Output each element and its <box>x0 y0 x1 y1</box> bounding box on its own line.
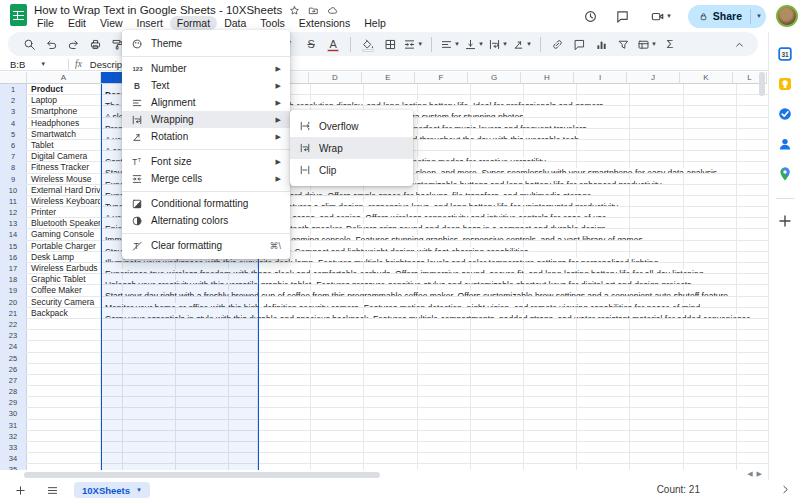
name-box[interactable]: B:B ▼ <box>0 59 62 70</box>
cell-product[interactable] <box>27 397 101 407</box>
cell-product[interactable]: Smartwatch <box>27 129 101 139</box>
cell-product[interactable]: Digital Camera <box>27 151 101 161</box>
cell-description-area[interactable] <box>101 364 768 374</box>
functions-button[interactable]: Σ <box>661 35 679 54</box>
horizontal-scrollbar[interactable]: ◀ ▶ <box>0 470 768 480</box>
create-filter-button[interactable] <box>615 35 633 54</box>
collapse-toolbar-button[interactable] <box>730 35 748 54</box>
cell-description-area[interactable] <box>101 453 768 463</box>
cell-description-area[interactable] <box>101 330 768 340</box>
cell-description-area[interactable] <box>101 375 768 385</box>
share-button[interactable]: Share▼ <box>688 5 766 28</box>
cell-description-area[interactable] <box>101 353 768 363</box>
contacts-panel-button[interactable] <box>777 136 793 152</box>
cell-product[interactable]: Product <box>27 84 101 94</box>
column-header-D[interactable]: D <box>309 72 362 84</box>
cell-product[interactable]: Laptop <box>27 95 101 105</box>
cell-description-area[interactable]: Carry your essentials in style with this… <box>101 308 768 318</box>
strikethrough-button[interactable]: S <box>302 35 320 54</box>
cell-product[interactable] <box>27 431 101 441</box>
format-menu-item-rotation[interactable]: Rotation▶ <box>122 128 290 145</box>
calendar-panel-button[interactable]: 31 <box>777 46 793 62</box>
row-header-30[interactable]: 30 <box>0 408 27 418</box>
cell-product[interactable] <box>27 408 101 418</box>
borders-button[interactable] <box>381 35 399 54</box>
get-addons-button[interactable] <box>777 213 793 229</box>
cell-product[interactable]: External Hard Drive <box>27 185 101 195</box>
cell-description-area[interactable]: Unleash your creativity with this versat… <box>101 274 768 284</box>
cell-product[interactable] <box>27 341 101 351</box>
row-header-7[interactable]: 7 <box>0 151 27 161</box>
selection-count[interactable]: Count: 21 <box>657 484 700 495</box>
column-header-I[interactable]: I <box>574 72 627 84</box>
cell-description-area[interactable] <box>101 397 768 407</box>
row-header-27[interactable]: 27 <box>0 375 27 385</box>
search-button[interactable] <box>20 35 38 54</box>
keep-panel-button[interactable] <box>777 76 793 92</box>
menu-view[interactable]: View <box>93 16 130 30</box>
comments-button[interactable] <box>612 5 634 27</box>
row-header-15[interactable]: 15 <box>0 241 27 251</box>
cell-product[interactable]: Security Camera <box>27 297 101 307</box>
row-header-2[interactable]: 2 <box>0 95 27 105</box>
undo-button[interactable] <box>42 35 60 54</box>
cell-description-area[interactable]: Monitor your home or office with this hi… <box>101 297 768 307</box>
column-header-F[interactable]: F <box>415 72 468 84</box>
column-header-H[interactable]: H <box>521 72 574 84</box>
cell-description-area[interactable] <box>101 408 768 418</box>
row-header-1[interactable]: 1 <box>0 84 27 94</box>
merge-cells-button[interactable]: ▼ <box>403 35 423 54</box>
cell-description-area[interactable]: Start your day right with a freshly brew… <box>101 285 768 295</box>
row-header-17[interactable]: 17 <box>0 263 27 273</box>
row-header-5[interactable]: 5 <box>0 129 27 139</box>
row-header-32[interactable]: 32 <box>0 431 27 441</box>
format-menu-item-merge-cells[interactable]: Merge cells▶ <box>122 170 290 187</box>
cell-product[interactable]: Portable Charger <box>27 241 101 251</box>
row-header-6[interactable]: 6 <box>0 140 27 150</box>
format-menu-item-text[interactable]: BText▶ <box>122 77 290 94</box>
cell-product[interactable]: Bluetooth Speaker <box>27 218 101 228</box>
row-header-4[interactable]: 4 <box>0 118 27 128</box>
scroll-right-icon[interactable]: ▶ <box>757 470 762 478</box>
maps-panel-button[interactable] <box>777 166 793 182</box>
row-header-12[interactable]: 12 <box>0 207 27 217</box>
tasks-panel-button[interactable] <box>777 106 793 122</box>
cell-product[interactable]: Desk Lamp <box>27 252 101 262</box>
cell-product[interactable]: Headphones <box>27 118 101 128</box>
cell-description-area[interactable] <box>101 442 768 452</box>
share-dropdown-icon[interactable]: ▼ <box>756 13 762 19</box>
horizontal-scrollbar-thumb[interactable] <box>24 472 380 478</box>
row-header-19[interactable]: 19 <box>0 285 27 295</box>
cell-product[interactable]: Wireless Mouse <box>27 174 101 184</box>
text-wrapping-button[interactable]: ▼ <box>488 35 508 54</box>
row-header-20[interactable]: 20 <box>0 297 27 307</box>
sheet-tab[interactable]: 10XSheets ▼ <box>74 482 150 498</box>
history-button[interactable] <box>580 5 602 27</box>
row-header-24[interactable]: 24 <box>0 341 27 351</box>
row-header-11[interactable]: 11 <box>0 196 27 206</box>
menu-data[interactable]: Data <box>217 16 253 30</box>
wrapping-option-clip[interactable]: Clip <box>290 159 413 181</box>
cell-product[interactable]: Coffee Maker <box>27 285 101 295</box>
meet-button[interactable]: ▼ <box>644 5 678 27</box>
menu-extensions[interactable]: Extensions <box>292 16 357 30</box>
row-header-8[interactable]: 8 <box>0 162 27 172</box>
format-menu-item-clear-formatting[interactable]: TClear formatting⌘\ <box>122 237 290 254</box>
format-menu-item-number[interactable]: 123Number▶ <box>122 60 290 77</box>
insert-link-button[interactable] <box>549 35 567 54</box>
cell-product[interactable]: Graphic Tablet <box>27 274 101 284</box>
row-header-33[interactable]: 33 <box>0 442 27 452</box>
all-sheets-button[interactable] <box>40 481 64 499</box>
format-menu-item-alignment[interactable]: Alignment▶ <box>122 94 290 111</box>
row-header-29[interactable]: 29 <box>0 397 27 407</box>
menu-insert[interactable]: Insert <box>130 16 170 30</box>
column-header-E[interactable]: E <box>362 72 415 84</box>
cell-product[interactable] <box>27 375 101 385</box>
column-header-J[interactable]: J <box>627 72 680 84</box>
cell-description-area[interactable] <box>101 319 768 329</box>
cell-product[interactable] <box>27 364 101 374</box>
vertical-scrollbar-thumb[interactable] <box>759 72 765 96</box>
cell-product[interactable]: Printer <box>27 207 101 217</box>
sheets-logo-icon[interactable] <box>10 4 27 26</box>
insert-comment-button[interactable] <box>571 35 589 54</box>
